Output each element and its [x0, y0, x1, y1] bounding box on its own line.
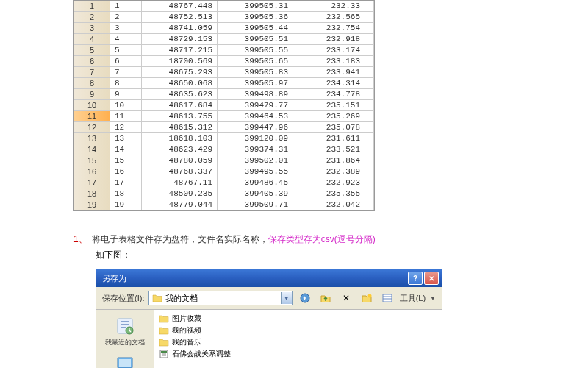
cell[interactable]: 233.183: [293, 56, 374, 67]
cell[interactable]: 48729.153: [142, 34, 218, 45]
row-header[interactable]: 17: [74, 177, 110, 188]
row-header[interactable]: 6: [74, 56, 110, 67]
cell[interactable]: 231.864: [293, 155, 374, 166]
cell[interactable]: 399502.01: [218, 155, 293, 166]
file-item[interactable]: 我的视频: [157, 325, 439, 336]
table-row[interactable]: 3348741.059399505.44232.754: [74, 23, 374, 34]
row-header[interactable]: 3: [74, 23, 110, 34]
cell[interactable]: 399479.77: [218, 100, 293, 111]
cell[interactable]: 18700.569: [142, 56, 218, 67]
row-header[interactable]: 4: [74, 34, 110, 45]
cell[interactable]: 48717.215: [142, 45, 218, 56]
chevron-down-icon[interactable]: ▼: [281, 292, 292, 304]
file-list[interactable]: 图片收藏我的视频我的音乐石佛会战关系调整: [154, 310, 442, 368]
cell[interactable]: 1: [110, 1, 142, 12]
row-header[interactable]: 13: [74, 133, 110, 144]
cell[interactable]: 14: [110, 144, 142, 155]
back-button[interactable]: [297, 291, 313, 305]
row-header[interactable]: 9: [74, 89, 110, 100]
cell[interactable]: 399505.44: [218, 23, 293, 34]
cell[interactable]: 399447.96: [218, 122, 293, 133]
help-button[interactable]: ?: [408, 272, 423, 285]
sidebar-item-recent[interactable]: 我最近的文档: [104, 314, 146, 349]
table-row[interactable]: 8848650.068399505.97234.314: [74, 78, 374, 89]
cell[interactable]: 232.754: [293, 23, 374, 34]
cell[interactable]: 48752.513: [142, 12, 218, 23]
row-header[interactable]: 16: [74, 166, 110, 177]
cell[interactable]: 233.521: [293, 144, 374, 155]
table-row[interactable]: 7748675.293399505.83233.941: [74, 67, 374, 78]
file-item[interactable]: 我的音乐: [157, 336, 439, 348]
cell[interactable]: 48768.337: [142, 166, 218, 177]
file-item[interactable]: 图片收藏: [157, 313, 439, 325]
row-header[interactable]: 2: [74, 12, 110, 23]
cell[interactable]: 18: [110, 188, 142, 199]
cell[interactable]: 234.314: [293, 78, 374, 89]
cell[interactable]: 235.269: [293, 111, 374, 122]
cell[interactable]: 399495.55: [218, 166, 293, 177]
table-row[interactable]: 131318618.103399120.09231.611: [74, 133, 374, 144]
cell[interactable]: 232.389: [293, 166, 374, 177]
cell[interactable]: 399505.55: [218, 45, 293, 56]
cell[interactable]: 48767.448: [142, 1, 218, 12]
cell[interactable]: 399505.97: [218, 78, 293, 89]
cell[interactable]: 399464.53: [218, 111, 293, 122]
cell[interactable]: 232.918: [293, 34, 374, 45]
cell[interactable]: 12: [110, 122, 142, 133]
cell[interactable]: 10: [110, 100, 142, 111]
table-row[interactable]: 191948779.044399509.71232.042: [74, 199, 374, 210]
table-row[interactable]: 101048617.684399479.77235.151: [74, 100, 374, 111]
cell[interactable]: 399505.83: [218, 67, 293, 78]
cell[interactable]: 48779.044: [142, 199, 218, 210]
table-row[interactable]: 141448623.429399374.31233.521: [74, 144, 374, 155]
cell[interactable]: 48613.755: [142, 111, 218, 122]
cell[interactable]: 399405.39: [218, 188, 293, 199]
cell[interactable]: 18618.103: [142, 133, 218, 144]
table-row[interactable]: 1148767.448399505.31232.33: [74, 1, 374, 12]
cell[interactable]: 48650.068: [142, 78, 218, 89]
cell[interactable]: 8: [110, 78, 142, 89]
row-header[interactable]: 18: [74, 188, 110, 199]
close-button[interactable]: ✕: [424, 272, 439, 285]
cell[interactable]: 48675.293: [142, 67, 218, 78]
cell[interactable]: 9: [110, 89, 142, 100]
cell[interactable]: 232.042: [293, 199, 374, 210]
row-header[interactable]: 14: [74, 144, 110, 155]
cell[interactable]: 3: [110, 23, 142, 34]
up-folder-button[interactable]: [318, 291, 334, 305]
cell[interactable]: 48623.429: [142, 144, 218, 155]
cell[interactable]: 399120.09: [218, 133, 293, 144]
cell[interactable]: 399509.71: [218, 199, 293, 210]
cell[interactable]: 235.355: [293, 188, 374, 199]
cell[interactable]: 234.778: [293, 89, 374, 100]
table-row[interactable]: 161648768.337399495.55232.389: [74, 166, 374, 177]
cell[interactable]: 232.923: [293, 177, 374, 188]
table-row[interactable]: 151548780.059399502.01231.864: [74, 155, 374, 166]
cell[interactable]: 2: [110, 12, 142, 23]
cell[interactable]: 48635.623: [142, 89, 218, 100]
dialog-titlebar[interactable]: 另存为 ? ✕: [96, 269, 442, 287]
cell[interactable]: 6: [110, 56, 142, 67]
views-button[interactable]: [379, 291, 395, 305]
table-row[interactable]: 4448729.153399505.51232.918: [74, 34, 374, 45]
tools-label[interactable]: 工具(L): [400, 293, 426, 304]
cell[interactable]: 399374.31: [218, 144, 293, 155]
table-row[interactable]: 181848509.235399405.39235.355: [74, 188, 374, 199]
cell[interactable]: 48741.059: [142, 23, 218, 34]
row-header[interactable]: 15: [74, 155, 110, 166]
cell[interactable]: 235.151: [293, 100, 374, 111]
table-row[interactable]: 5548717.215399505.55233.174: [74, 45, 374, 56]
cell[interactable]: 48767.11: [142, 177, 218, 188]
cell[interactable]: 4: [110, 34, 142, 45]
cell[interactable]: 15: [110, 155, 142, 166]
location-select[interactable]: 我的文档 ▼: [148, 291, 292, 305]
cell[interactable]: 399505.31: [218, 1, 293, 12]
cell[interactable]: 233.174: [293, 45, 374, 56]
delete-button[interactable]: ✕: [338, 291, 354, 305]
cell[interactable]: 232.33: [293, 1, 374, 12]
chevron-down-icon[interactable]: ▼: [430, 295, 436, 302]
cell[interactable]: 16: [110, 166, 142, 177]
file-item[interactable]: 石佛会战关系调整: [157, 348, 439, 360]
cell[interactable]: 48509.235: [142, 188, 218, 199]
cell[interactable]: 11: [110, 111, 142, 122]
